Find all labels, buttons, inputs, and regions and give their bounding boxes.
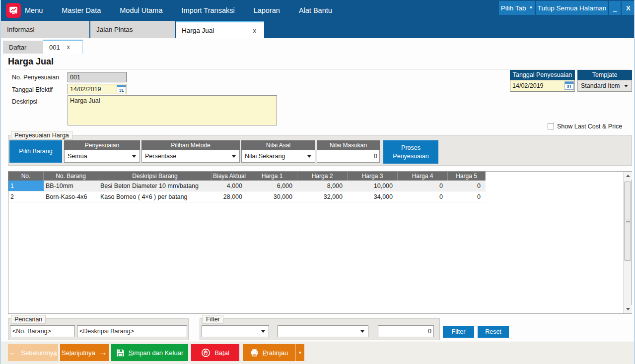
filter-condition-dropdown[interactable]: [278, 325, 368, 337]
deskripsi-label: Deskripsi: [12, 98, 37, 105]
close-window-button[interactable]: X: [622, 1, 635, 15]
search-no-barang-input[interactable]: [10, 325, 75, 337]
menu-item-laporan[interactable]: Laporan: [254, 6, 280, 14]
stop-hand-icon: [201, 348, 211, 358]
table-row[interactable]: 2 Born-Kaso-4x6 Kaso Borneo ( 4×6 ) per …: [8, 191, 486, 202]
printer-icon: [250, 349, 259, 357]
reset-button[interactable]: Reset: [478, 326, 509, 338]
pilihan-metode-dropdown[interactable]: Persentase: [141, 150, 240, 163]
chevron-down-icon: [132, 155, 136, 158]
col-header-biaya-aktual[interactable]: Biaya Aktual: [212, 172, 247, 181]
pratinjau-label: Pratinjau: [263, 349, 288, 357]
show-last-cost-label: Show Last Cost & Price: [557, 123, 622, 130]
chevron-down-icon: ▼: [298, 351, 302, 355]
document-tab-strip: Daftar 001 x: [1, 38, 635, 54]
tab-informasi[interactable]: Informasi: [1, 21, 89, 38]
main-tab-strip: Informasi Jalan Pintas Harga Jual x: [1, 21, 635, 38]
chevron-down-icon: [624, 85, 628, 87]
minimize-button[interactable]: _: [609, 1, 621, 15]
nilai-asal-column-header: Nilai Asal: [241, 140, 315, 150]
nilai-asal-dropdown[interactable]: Nilai Sekarang: [241, 150, 315, 163]
pratinjau-menu-button[interactable]: ▼: [295, 344, 304, 361]
menu-item-import-transaksi[interactable]: Import Transaksi: [182, 6, 235, 14]
filter-field-dropdown[interactable]: [202, 325, 269, 337]
chevron-down-icon: ▼: [529, 6, 533, 10]
pilih-tab-button[interactable]: Pilih Tab ▼: [499, 1, 535, 15]
nilai-masukan-column-header: Nilai Masukan: [317, 140, 380, 150]
no-penyesuaian-field[interactable]: [68, 72, 127, 82]
footer-button-bar: ← Sebelumnya Selanjutnya → Simpan dan Ke…: [1, 342, 635, 364]
penyesuaian-dropdown[interactable]: Semua: [64, 150, 140, 163]
proses-penyesuaian-button[interactable]: Proses Penyesuaian: [383, 140, 438, 164]
menu-item-alat-bantu[interactable]: Alat Bantu: [299, 6, 332, 14]
tab-harga-jual[interactable]: Harga Jual x: [176, 21, 264, 38]
menu-item-modul-utama[interactable]: Modul Utama: [120, 6, 162, 14]
col-header-no-barang[interactable]: No. Barang: [44, 172, 98, 181]
chevron-down-icon: [232, 155, 236, 158]
search-deskripsi-input[interactable]: [77, 325, 187, 337]
col-header-harga-1[interactable]: Harga 1: [247, 172, 297, 181]
save-floppy-icon: [116, 349, 125, 357]
simpan-dan-keluar-button[interactable]: Simpan dan Keluar: [111, 344, 188, 361]
table-row[interactable]: 1 BB-10mm Besi Beton Diameter 10 mm/bata…: [8, 181, 486, 191]
menu-item-master-data[interactable]: Master Data: [62, 6, 101, 14]
scroll-down-button[interactable]: [624, 305, 632, 313]
subtab-001[interactable]: 001 x: [43, 40, 83, 54]
tutup-semua-halaman-button[interactable]: Tutup Semua Halaman: [536, 1, 608, 15]
tanggal-penyesuaian-field-wrap: 31: [510, 80, 575, 92]
col-header-harga-2[interactable]: Harga 2: [297, 172, 348, 181]
pratinjau-button[interactable]: Pratinjau: [243, 344, 295, 361]
monitor-chart-icon: [8, 5, 19, 16]
vertical-scrollbar[interactable]: [623, 172, 632, 313]
row-number-cell[interactable]: 2: [8, 191, 44, 202]
pencarian-legend: Pencarian: [11, 315, 46, 324]
tab-jalan-pintas[interactable]: Jalan Pintas: [90, 21, 175, 38]
col-header-harga-3[interactable]: Harga 3: [348, 172, 398, 181]
row-number-cell[interactable]: 1: [8, 181, 44, 191]
app-logo-icon[interactable]: [6, 3, 21, 18]
calendar-icon[interactable]: 31: [564, 81, 574, 90]
no-penyesuaian-label: No. Penyesuaian: [12, 74, 59, 81]
filter-legend: Filter: [203, 315, 223, 324]
subtab-daftar[interactable]: Daftar: [3, 41, 43, 54]
batal-button[interactable]: Batal: [191, 344, 239, 361]
top-menu-bar: Menu Master Data Modul Utama Import Tran…: [1, 0, 635, 21]
template-header: Template: [577, 70, 632, 80]
show-last-cost-checkbox[interactable]: [548, 123, 554, 129]
col-header-deskripsi-barang[interactable]: Deskripsi Barang: [98, 172, 212, 181]
chevron-down-icon: [360, 330, 364, 333]
subtab-close-icon[interactable]: x: [67, 44, 70, 51]
menu-item-menu[interactable]: Menu: [25, 6, 43, 14]
penyesuaian-harga-legend: Penyesuaian Harga: [11, 131, 72, 140]
filter-amount-input[interactable]: [378, 325, 434, 337]
scrollbar-thumb[interactable]: [624, 182, 631, 261]
pilih-barang-button[interactable]: Pilih Barang: [9, 140, 62, 163]
price-grid: No. No. Barang Deskripsi Barang Biaya Ak…: [8, 171, 632, 314]
selanjutnya-button[interactable]: Selanjutnya →: [60, 344, 109, 361]
title-divider: [6, 69, 631, 69]
col-header-no[interactable]: No.: [8, 172, 44, 181]
selanjutnya-label: Selanjutnya: [62, 349, 95, 357]
chevron-down-icon: [307, 155, 311, 158]
sebelumnya-button[interactable]: ← Sebelumnya: [8, 344, 58, 361]
simpan-label: Simpan dan Keluar: [129, 349, 184, 357]
tanggal-efektif-label: Tanggal Efektif: [12, 86, 53, 93]
filter-button[interactable]: Filter: [443, 326, 474, 338]
tanggal-penyesuaian-header: Tanggal Penyesuaian: [510, 70, 575, 80]
menu-items: Menu Master Data Modul Utama Import Tran…: [25, 0, 332, 21]
batal-label: Batal: [214, 349, 229, 357]
scroll-up-button[interactable]: [624, 172, 632, 180]
calendar-icon[interactable]: 31: [117, 85, 126, 93]
nilai-masukan-field[interactable]: [317, 150, 380, 163]
deskripsi-field[interactable]: Harga Jual: [68, 95, 277, 125]
col-header-harga-5[interactable]: Harga 5: [448, 172, 486, 181]
template-dropdown[interactable]: Standard Item: [577, 80, 632, 92]
close-icon: X: [626, 4, 631, 12]
application-window: Menu Master Data Modul Utama Import Tran…: [0, 0, 635, 364]
chevron-down-icon: [261, 330, 265, 333]
tab-close-icon[interactable]: x: [251, 27, 259, 34]
col-header-harga-4[interactable]: Harga 4: [398, 172, 448, 181]
tanggal-efektif-field-wrap: 31: [68, 84, 127, 94]
sebelumnya-label: Sebelumnya: [21, 349, 57, 357]
grid-header-row: No. No. Barang Deskripsi Barang Biaya Ak…: [8, 172, 486, 181]
